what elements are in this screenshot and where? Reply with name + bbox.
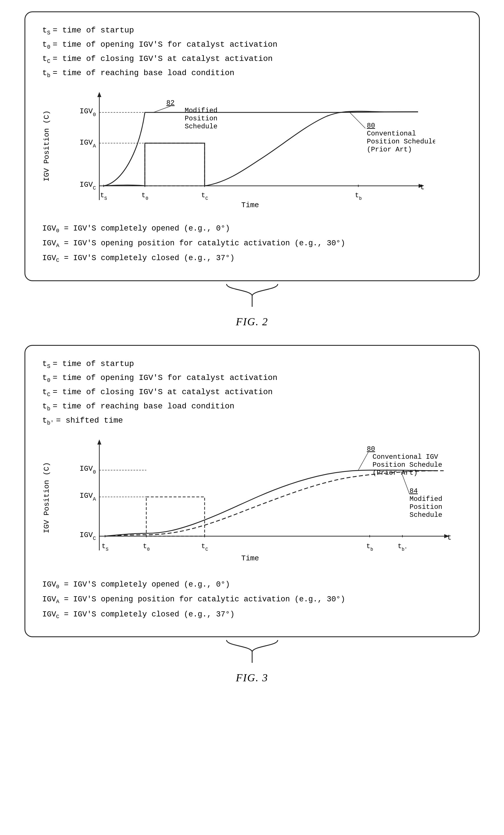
svg-text:tC: tC — [201, 543, 208, 552]
fig3-tbp-desc: = shifted time — [56, 414, 123, 427]
fig3-legend-line-5: tb' = shifted time — [42, 414, 462, 428]
legend-line-2: t0 = time of opening IGV'S for catalyst … — [42, 38, 462, 52]
svg-text:Modified: Modified — [185, 107, 217, 115]
svg-text:tS: tS — [101, 543, 108, 552]
svg-text:tb: tb — [355, 191, 361, 201]
svg-line-20 — [154, 106, 170, 113]
svg-text:Position: Position — [409, 503, 442, 511]
fig3-tb-key: tb — [42, 400, 51, 414]
figure-2-caption: FIG. 2 — [24, 315, 480, 328]
fig3-tb-desc: = time of reaching base load condition — [53, 400, 235, 413]
figure-2-definitions: IGV0 = IGV'S completely opened (e.g., 0°… — [42, 221, 462, 266]
tc-key: tC — [42, 52, 51, 66]
figure-3-caption: FIG. 3 — [24, 671, 480, 684]
svg-text:Time: Time — [241, 201, 259, 209]
svg-text:(Prior Art): (Prior Art) — [367, 146, 412, 154]
fig3-legend-line-2: t0 = time of opening IGV'S for catalyst … — [42, 371, 462, 385]
svg-text:IGV0: IGV0 — [79, 465, 96, 475]
fig3-legend-line-1: tS = time of startup — [42, 357, 462, 371]
def-igvc: IGVC = IGV'S completely closed (e.g., 37… — [42, 251, 462, 266]
figure-3-brace — [24, 640, 480, 663]
svg-text:t0: t0 — [141, 191, 148, 201]
svg-marker-1 — [97, 92, 101, 97]
svg-text:Conventional: Conventional — [367, 130, 416, 138]
figure-3-legend: tS = time of startup t0 = time of openin… — [42, 357, 462, 428]
svg-text:t: t — [420, 183, 425, 191]
svg-text:IGV0: IGV0 — [79, 107, 96, 118]
t0-desc: = time of opening IGV'S for catalyst act… — [53, 38, 278, 52]
fig3-tbp-key: tb' — [42, 414, 54, 428]
fig3-tc-key: tC — [42, 385, 51, 400]
svg-text:tC: tC — [201, 191, 208, 201]
fig3-brace-svg — [224, 640, 281, 663]
svg-text:IGVA: IGVA — [79, 491, 96, 502]
figure-3-box: tS = time of startup t0 = time of openin… — [24, 345, 480, 637]
figure-3-definitions: IGV0 = IGV'S completely opened (e.g., 0°… — [42, 577, 462, 622]
fig3-legend-line-3: tC = time of closing IGV'S at catalyst a… — [42, 385, 462, 400]
svg-marker-32 — [97, 440, 101, 445]
svg-text:Position Schedule: Position Schedule — [372, 461, 442, 469]
svg-text:Conventional IGV: Conventional IGV — [372, 453, 438, 461]
svg-text:Schedule: Schedule — [409, 511, 442, 519]
def-igv0: IGV0 = IGV'S completely opened (e.g., 0°… — [42, 221, 462, 236]
svg-line-57 — [358, 452, 368, 470]
svg-text:t0: t0 — [143, 543, 149, 552]
svg-text:Time: Time — [241, 554, 259, 563]
figure-2-brace — [24, 284, 480, 307]
svg-text:82: 82 — [166, 99, 175, 107]
fig3-ts-key: tS — [42, 357, 51, 371]
svg-text:tb: tb — [366, 543, 373, 552]
figure-3-container: tS = time of startup t0 = time of openin… — [24, 345, 480, 684]
svg-text:IGVC: IGVC — [79, 180, 96, 191]
fig3-t0-key: t0 — [42, 371, 51, 385]
def-igva: IGVA = IGV'S opening position for cataly… — [42, 236, 462, 251]
figure-3-chart-wrapper: IGV Position (C) IGV0 IGVA IGVC tS t0 tC… — [42, 436, 462, 569]
figure-2-box: tS = time of startup t0 = time of openin… — [24, 12, 480, 281]
tc-desc: = time of closing IGV'S at catalyst acti… — [53, 52, 273, 66]
figure-2-container: tS = time of startup t0 = time of openin… — [24, 12, 480, 328]
svg-text:84: 84 — [409, 487, 418, 495]
svg-text:(Prior Art): (Prior Art) — [372, 469, 418, 477]
legend-line-4: tb = time of reaching base load conditio… — [42, 66, 462, 81]
ts-desc: = time of startup — [53, 24, 134, 37]
legend-line-3: tC = time of closing IGV'S at catalyst a… — [42, 52, 462, 66]
figure-3-yaxis-label: IGV Position (C) — [42, 436, 51, 559]
figure-2-svg: IGV0 IGVA IGVC tS t0 tC tb t Time — [65, 89, 435, 211]
tb-desc: = time of reaching base load condition — [53, 66, 235, 80]
figure-2-legend: tS = time of startup t0 = time of openin… — [42, 24, 462, 81]
tb-key: tb — [42, 66, 51, 81]
svg-text:tS: tS — [100, 191, 107, 201]
svg-rect-15 — [145, 143, 205, 186]
legend-line-1: tS = time of startup — [42, 24, 462, 38]
fig3-yaxis-text: IGV Position (C) — [42, 462, 51, 533]
figure-2-yaxis-label: IGV Position (C) — [42, 89, 51, 203]
svg-text:IGVA: IGVA — [79, 138, 96, 149]
fig3-def-igvc: IGVC = IGV'S completely closed (e.g., 37… — [42, 607, 462, 622]
t0-key: t0 — [42, 38, 51, 52]
svg-text:80: 80 — [367, 445, 375, 453]
fig3-ts-desc: = time of startup — [53, 357, 134, 371]
svg-text:Position Schedule: Position Schedule — [367, 138, 435, 145]
fig3-def-igva: IGVA = IGV'S opening position for cataly… — [42, 592, 462, 607]
fig3-tc-desc: = time of closing IGV'S at catalyst acti… — [53, 385, 273, 399]
yaxis-text: IGV Position (C) — [42, 110, 51, 182]
fig3-def-igv0: IGV0 = IGV'S completely opened (e.g., 0°… — [42, 577, 462, 592]
svg-line-25 — [350, 113, 365, 128]
svg-text:80: 80 — [367, 122, 375, 129]
svg-text:Position: Position — [185, 115, 217, 122]
figure-2-chart-wrapper: IGV Position (C) IGV0 IGVA IGVC tS — [42, 89, 462, 213]
svg-text:Schedule: Schedule — [185, 123, 217, 130]
svg-text:t: t — [447, 533, 452, 542]
svg-text:IGVC: IGVC — [79, 531, 96, 541]
fig3-t0-desc: = time of opening IGV'S for catalyst act… — [53, 371, 278, 385]
brace-svg — [224, 284, 281, 307]
svg-rect-47 — [146, 497, 205, 536]
fig3-legend-line-4: tb = time of reaching base load conditio… — [42, 400, 462, 414]
svg-text:Modified: Modified — [409, 495, 442, 503]
figure-3-svg: IGV0 IGVA IGVC tS t0 tC tb tb' t Time — [65, 436, 458, 568]
ts-key: tS — [42, 24, 51, 38]
svg-text:tb': tb' — [398, 543, 407, 552]
